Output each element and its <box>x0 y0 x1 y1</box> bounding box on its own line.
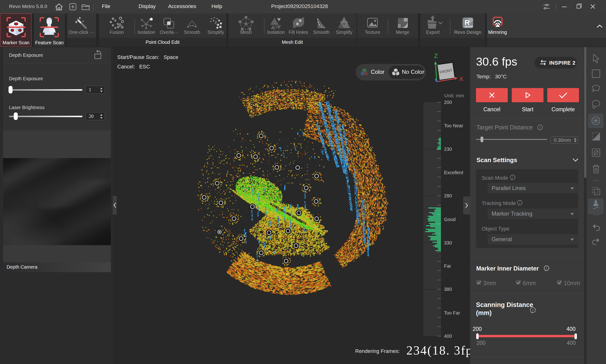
svg-text:i: i <box>532 308 533 312</box>
svg-text:i: i <box>519 201 520 205</box>
svg-text:i: i <box>512 176 513 179</box>
svg-text:i: i <box>540 126 541 129</box>
svg-text:Z: Z <box>434 52 438 59</box>
svg-text:DESIGN: DESIGN <box>465 25 473 28</box>
svg-text:X: X <box>459 76 463 82</box>
svg-text:i: i <box>546 266 547 270</box>
